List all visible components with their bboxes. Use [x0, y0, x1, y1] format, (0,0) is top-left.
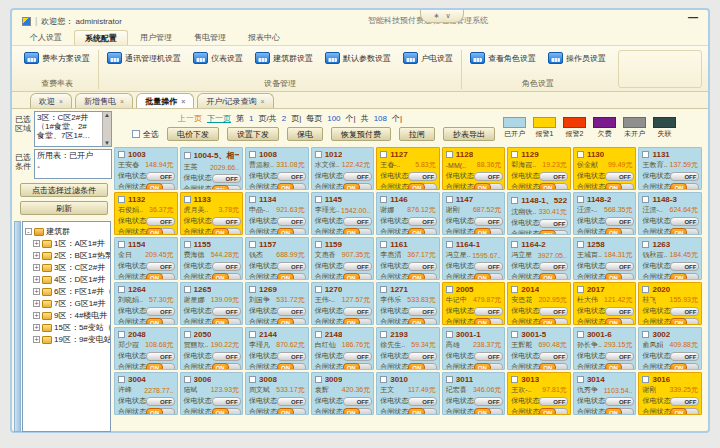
meter-card[interactable]: 2050贾丽欣..190.22元保电状态OFF合闸状态ON [180, 327, 244, 370]
card-checkbox[interactable] [315, 196, 322, 203]
card-checkbox[interactable] [577, 331, 584, 338]
card-checkbox[interactable] [642, 286, 649, 293]
card-checkbox[interactable] [511, 197, 518, 204]
baodian-toggle[interactable]: OFF [212, 307, 241, 316]
ribbon-button[interactable]: 仪表设置 [191, 50, 245, 66]
document-tab[interactable]: 欢迎× [30, 93, 72, 108]
ribbon-tab[interactable]: 报表中心 [238, 30, 290, 45]
meter-card[interactable]: 2020桂飞155.93元保电状态OFF合闸状态ON [638, 282, 702, 325]
hezha-toggle[interactable]: ON [343, 228, 372, 236]
pin-icon[interactable]: ∗ [434, 11, 440, 21]
card-checkbox[interactable] [184, 331, 191, 338]
card-checkbox[interactable] [184, 286, 191, 293]
card-checkbox[interactable] [315, 331, 322, 338]
hezha-toggle[interactable]: ON [212, 363, 241, 371]
toolbar-button[interactable]: 保电 [287, 127, 323, 141]
scroll-down-icon[interactable]: ▼ [104, 140, 110, 146]
close-tab-icon[interactable]: × [181, 98, 185, 105]
hezha-toggle[interactable]: ON [343, 273, 372, 281]
card-checkbox[interactable] [511, 241, 518, 248]
tree-node[interactable]: +19区：9#变电站（2#… [33, 334, 109, 345]
baodian-toggle[interactable]: OFF [605, 352, 634, 361]
baodian-toggle[interactable]: OFF [343, 307, 372, 316]
ribbon-button[interactable]: 通讯管理机设置 [105, 50, 183, 66]
hezha-toggle[interactable]: ON [408, 228, 437, 236]
card-checkbox[interactable] [642, 331, 649, 338]
card-checkbox[interactable] [642, 241, 649, 248]
refresh-button[interactable]: 刷新 [20, 201, 108, 215]
meter-card[interactable]: 2005牛记中479.87元保电状态OFF合闸状态ON [442, 282, 506, 325]
baodian-toggle[interactable]: OFF [408, 217, 437, 226]
baodian-toggle[interactable]: OFF [605, 262, 634, 271]
card-checkbox[interactable] [511, 286, 518, 293]
list-item[interactable]: 食堂、7区1#… [37, 131, 101, 140]
baodian-toggle[interactable]: OFF [474, 217, 503, 226]
hezha-toggle[interactable]: ON [146, 363, 175, 371]
baodian-toggle[interactable]: OFF [146, 262, 175, 271]
select-all[interactable]: 全选 [132, 129, 159, 140]
ribbon-button[interactable]: 户电设置 [401, 50, 455, 66]
baodian-toggle[interactable]: OFF [539, 397, 568, 406]
meter-card[interactable]: 1012水文保..122.42元保电状态OFF合闸状态ON [311, 147, 375, 190]
baodian-toggle[interactable]: OFF [343, 397, 372, 406]
tree-expander-icon[interactable]: + [33, 264, 40, 271]
hezha-toggle[interactable]: ON [605, 273, 634, 281]
tree-node[interactable]: +1区：A区1#井 [33, 238, 109, 249]
card-checkbox[interactable] [249, 331, 256, 338]
meter-card[interactable]: 3009袁辉420.36元保电状态OFF合闸状态ON [311, 372, 375, 415]
baodian-toggle[interactable]: OFF [212, 352, 241, 361]
meter-card[interactable]: 1161李惠清367.17元保电状态OFF合闸状态ON [376, 237, 440, 280]
card-checkbox[interactable] [249, 286, 256, 293]
tree-expander-icon[interactable]: + [33, 324, 40, 331]
card-checkbox[interactable] [380, 286, 387, 293]
hezha-toggle[interactable]: ON [474, 273, 503, 281]
hezha-toggle[interactable]: ON [343, 318, 372, 326]
baodian-toggle[interactable]: OFF [605, 217, 634, 226]
card-checkbox[interactable] [184, 196, 191, 203]
meter-card[interactable]: 1132石俊娟..36.37元保电状态OFF合闸状态ON [114, 192, 178, 235]
baodian-toggle[interactable]: OFF [212, 262, 241, 271]
hezha-toggle[interactable]: ON [146, 273, 175, 281]
baodian-toggle[interactable]: OFF [277, 262, 306, 271]
hezha-toggle[interactable]: ON [539, 273, 568, 281]
close-tab-icon[interactable]: × [261, 98, 265, 105]
baodian-toggle[interactable]: OFF [277, 217, 306, 226]
baodian-toggle[interactable]: OFF [212, 174, 241, 183]
ribbon-button[interactable]: 查看角色设置 [468, 50, 538, 66]
card-checkbox[interactable] [118, 331, 125, 338]
hezha-toggle[interactable]: ON [605, 228, 634, 236]
chevron-down-icon[interactable]: ∨ [445, 11, 450, 21]
toolbar-button[interactable]: 抄表导出 [443, 127, 495, 141]
hezha-toggle[interactable]: ON [277, 408, 306, 416]
baodian-toggle[interactable]: OFF [408, 172, 437, 181]
hezha-toggle[interactable]: ON [474, 228, 503, 236]
minimize-button[interactable]: — [688, 14, 698, 22]
baodian-toggle[interactable]: OFF [670, 397, 699, 406]
meter-card[interactable]: 1130侯金献99.49元保电状态OFF合闸状态ON [573, 147, 637, 190]
hezha-toggle[interactable]: ON [146, 318, 175, 326]
ribbon-tab[interactable]: 用户管理 [130, 30, 182, 45]
hezha-toggle[interactable]: ON [605, 363, 634, 371]
meter-card[interactable]: 2014安恩花202.95元保电状态OFF合闸状态ON [507, 282, 571, 325]
document-tab[interactable]: 新增售电× [75, 93, 133, 108]
baodian-toggle[interactable]: OFF [146, 307, 175, 316]
meter-card[interactable]: 3010王文117.49元保电状态OFF合闸状态ON [376, 372, 440, 415]
meter-card[interactable]: 1164-2冯立星3927.05..保电状态OFF合闸状态ON [507, 237, 571, 280]
meter-card[interactable]: 3013王欢-..97.81元保电状态OFF合闸状态ON [507, 372, 571, 415]
baodian-toggle[interactable]: OFF [539, 352, 568, 361]
tree-node[interactable]: +15区：5#变站（3#变… [33, 322, 109, 333]
meter-card[interactable]: 1133虎月美..3.78元保电状态OFF合闸状态ON [180, 192, 244, 235]
baodian-toggle[interactable]: OFF [474, 172, 503, 181]
baodian-toggle[interactable]: OFF [539, 172, 568, 181]
tree-expander-icon[interactable]: - [25, 228, 32, 235]
card-checkbox[interactable] [642, 196, 649, 203]
card-checkbox[interactable] [118, 286, 125, 293]
meter-card[interactable]: 1154金日209.45元保电状态OFF合闸状态ON [114, 237, 178, 280]
hezha-toggle[interactable]: ON [212, 273, 241, 281]
card-checkbox[interactable] [118, 151, 125, 158]
hezha-toggle[interactable]: ON [408, 408, 437, 416]
card-checkbox[interactable] [511, 151, 518, 158]
hezha-toggle[interactable]: ON [539, 230, 568, 236]
tree-node[interactable]: +3区：C区2#井（1#食… [33, 262, 109, 273]
meter-card[interactable]: 1127王春-..5.83元保电状态OFF合闸状态ON [376, 147, 440, 190]
